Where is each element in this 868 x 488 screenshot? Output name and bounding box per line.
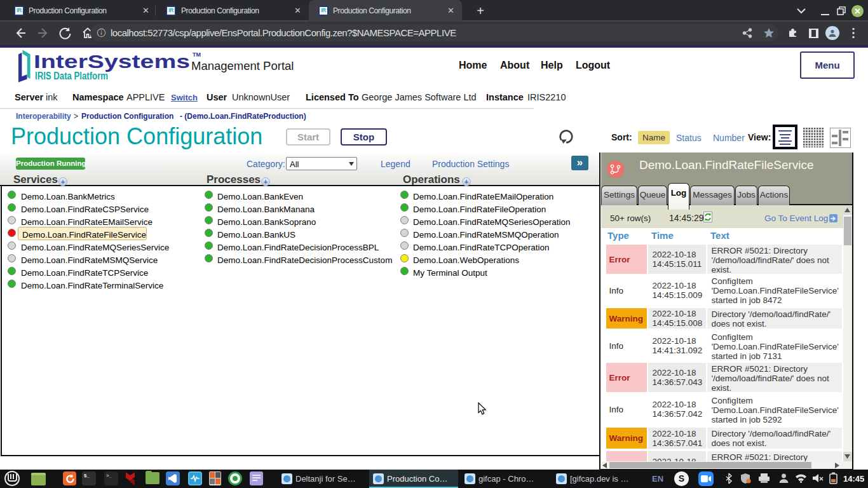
svg-text:TM: TM bbox=[193, 51, 201, 58]
svg-text:IRIS Data Platform: IRIS Data Platform bbox=[35, 71, 108, 81]
svg-text:InterSystems: InterSystems bbox=[34, 51, 190, 72]
